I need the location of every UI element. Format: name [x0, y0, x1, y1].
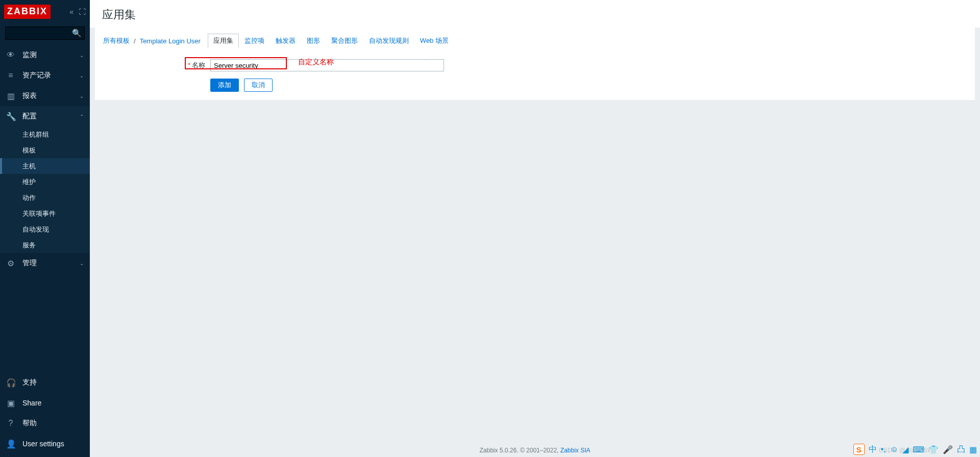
subnav-label: 模板 — [22, 146, 36, 155]
nav-monitoring[interactable]: 👁 监测 ⌄ — [0, 45, 90, 65]
search-box: 🔍 — [5, 27, 85, 40]
eye-icon: 👁 — [6, 50, 15, 60]
form-row-name: *名称 — [103, 59, 967, 71]
breadcrumb-template[interactable]: Template Login User — [140, 37, 201, 45]
fullscreen-icon[interactable]: ⛶ — [79, 8, 86, 16]
ime-emoji-icon[interactable]: ☺ — [890, 445, 898, 454]
nav-label: 配置 — [22, 112, 37, 121]
sogou-ime-icon[interactable]: S — [853, 444, 865, 455]
sidebar-header: ZABBIX « ⛶ — [0, 0, 90, 23]
logo[interactable]: ZABBIX — [4, 5, 51, 19]
gear-icon: ⚙ — [6, 259, 15, 268]
subnav-label: 自动发现 — [22, 225, 49, 234]
subnav-discovery[interactable]: 自动发现 — [0, 221, 90, 237]
share-icon: ▣ — [6, 398, 15, 408]
breadcrumb-separator: / — [134, 37, 136, 45]
nav-label: User settings — [22, 440, 64, 448]
subnav-hosts[interactable]: 主机 — [0, 158, 90, 174]
ime-toolbox-icon[interactable]: ▦ — [969, 445, 977, 454]
footer: Zabbix 5.0.26. © 2001–2022, Zabbix SIA — [90, 447, 980, 454]
subnav-label: 动作 — [22, 193, 36, 202]
ime-settings-icon[interactable]: 凸 — [957, 444, 965, 455]
nav-label: 报表 — [22, 91, 37, 100]
chevron-down-icon: ⌄ — [80, 93, 84, 99]
name-label-wrap: *名称 — [103, 61, 210, 70]
tab-screens[interactable]: 聚合图形 — [326, 34, 363, 48]
add-button[interactable]: 添加 — [210, 79, 239, 92]
content-card: 所有模板 / Template Login User 应用集 监控项 触发器 图… — [95, 28, 975, 100]
chevron-down-icon: ⌄ — [80, 53, 84, 58]
page-header: 应用集 — [90, 0, 980, 28]
name-label: 名称 — [192, 61, 205, 69]
tab-items[interactable]: 监控项 — [239, 34, 270, 48]
nav-label: 支持 — [22, 378, 37, 387]
form-buttons: 添加 取消 — [210, 79, 967, 92]
breadcrumb-and-tabs: 所有模板 / Template Login User 应用集 监控项 触发器 图… — [95, 28, 975, 54]
subnav-maintenance[interactable]: 维护 — [0, 174, 90, 190]
search-icon[interactable]: 🔍 — [72, 29, 82, 38]
nav-share[interactable]: ▣ Share — [0, 393, 90, 413]
ime-tray: S 中 •, ☺ ◢ ⌨ 👕 🎤 凸 ▦ — [853, 444, 977, 455]
wrench-icon: 🔧 — [6, 112, 15, 121]
chevron-down-icon: ⌄ — [80, 261, 84, 266]
collapse-icon[interactable]: « — [69, 8, 74, 16]
nav-label: 帮助 — [22, 419, 37, 428]
nav-configuration[interactable]: 🔧 配置 ⌃ — [0, 106, 90, 126]
subnav-label: 主机 — [22, 162, 36, 171]
nav-help[interactable]: ? 帮助 — [0, 413, 90, 434]
user-icon: 👤 — [6, 439, 15, 449]
chart-icon: ▥ — [6, 91, 15, 101]
annotation-text: 自定义名称 — [298, 58, 334, 67]
ime-skin-icon[interactable]: 👕 — [928, 445, 939, 454]
nav-inventory[interactable]: ≡ 资产记录 ⌄ — [0, 65, 90, 86]
sidebar: ZABBIX « ⛶ 🔍 👁 监测 ⌄ ≡ 资产记录 ⌄ ▥ 报表 ⌄ 🔧 配置… — [0, 0, 90, 457]
nav-label: 管理 — [22, 259, 37, 268]
subnav-host-groups[interactable]: 主机群组 — [0, 126, 90, 142]
nav-user-settings[interactable]: 👤 User settings — [0, 434, 90, 454]
subnav-label: 主机群组 — [22, 130, 49, 139]
nav-administration[interactable]: ⚙ 管理 ⌄ — [0, 253, 90, 273]
chevron-down-icon: ⌄ — [80, 73, 84, 79]
ime-punct-icon[interactable]: •, — [881, 445, 886, 454]
ime-voice-icon[interactable]: 🎤 — [943, 445, 953, 454]
nav-support[interactable]: 🎧 支持 — [0, 372, 90, 393]
page-title: 应用集 — [102, 7, 968, 22]
list-icon: ≡ — [6, 71, 15, 80]
subnav-event-correlation[interactable]: 关联项事件 — [0, 206, 90, 221]
nav-label: 资产记录 — [22, 71, 51, 80]
ime-keyboard-icon[interactable]: ⌨ — [913, 445, 924, 454]
subnav-label: 服务 — [22, 241, 36, 250]
nav-reports[interactable]: ▥ 报表 ⌄ — [0, 86, 90, 106]
footer-link[interactable]: Zabbix SIA — [560, 447, 591, 454]
breadcrumb-all-templates[interactable]: 所有模板 — [103, 36, 130, 45]
tab-triggers[interactable]: 触发器 — [270, 34, 301, 48]
tab-discovery-rules[interactable]: 自动发现规则 — [363, 34, 414, 48]
nav-label: Share — [22, 399, 41, 407]
headset-icon: 🎧 — [6, 378, 15, 388]
subnav-actions[interactable]: 动作 — [0, 190, 90, 206]
subnav-templates[interactable]: 模板 — [0, 142, 90, 158]
cancel-button[interactable]: 取消 — [244, 79, 273, 92]
tab-web-scenarios[interactable]: Web 场景 — [414, 34, 454, 48]
subnav-services[interactable]: 服务 — [0, 237, 90, 253]
chevron-up-icon: ⌃ — [80, 114, 84, 119]
tab-graphs[interactable]: 图形 — [301, 34, 326, 48]
form-area: *名称 自定义名称 添加 取消 — [95, 54, 975, 100]
help-icon: ? — [6, 419, 15, 428]
subnav-label: 维护 — [22, 177, 36, 187]
footer-text: Zabbix 5.0.26. © 2001–2022, — [480, 447, 560, 454]
main: 应用集 所有模板 / Template Login User 应用集 监控项 触… — [90, 0, 980, 457]
tab-applications[interactable]: 应用集 — [208, 34, 239, 48]
tabset: 应用集 监控项 触发器 图形 聚合图形 自动发现规则 Web 场景 — [208, 34, 454, 48]
required-asterisk: * — [188, 61, 190, 69]
ime-lang-icon[interactable]: 中 — [869, 444, 877, 455]
nav-label: 监测 — [22, 50, 37, 60]
ime-eraser-icon[interactable]: ◢ — [902, 445, 909, 454]
subnav-label: 关联项事件 — [22, 209, 56, 218]
